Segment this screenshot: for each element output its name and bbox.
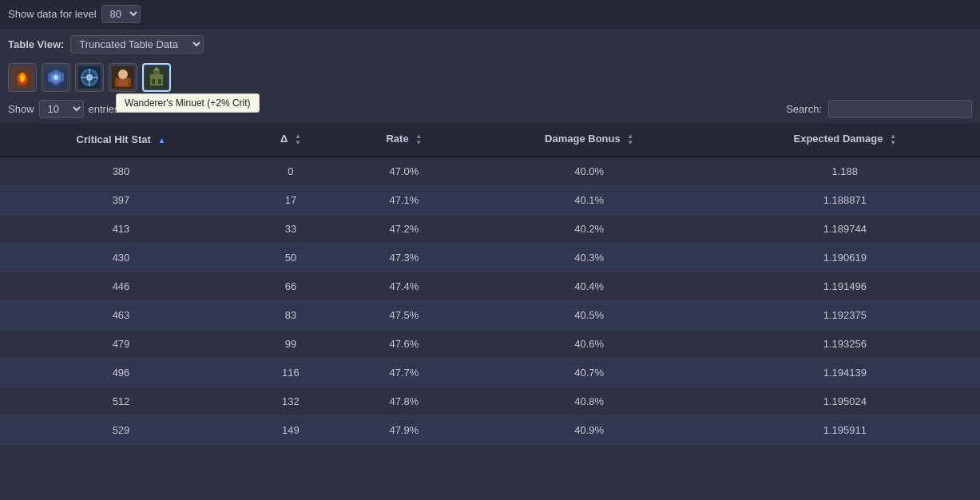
cell-critStat-8: 512: [0, 387, 242, 415]
cell-delta-8: 132: [242, 387, 339, 415]
col-expected-damage[interactable]: Expected Damage ▲ ▼: [710, 123, 980, 157]
cell-expectedDamage-0: 1.188: [710, 157, 980, 186]
table-row: 51213247.8%40.8%1.195024: [0, 387, 980, 415]
icon-button-2[interactable]: [42, 63, 70, 92]
cell-critStat-2: 413: [0, 214, 242, 243]
cell-delta-6: 99: [242, 329, 339, 358]
table-row: 4305047.3%40.3%1.190619: [0, 243, 980, 272]
col-rate-label: Rate: [386, 133, 408, 145]
rate-sort-icons: ▲ ▼: [415, 133, 422, 146]
cell-damageBonus-2: 40.2%: [469, 214, 710, 243]
cell-delta-9: 149: [242, 415, 339, 444]
icon-bar: Wanderer's Minuet (+2% Crit): [0, 60, 980, 95]
cell-damageBonus-8: 40.8%: [469, 387, 710, 415]
expected-damage-sort-down: ▼: [890, 140, 896, 146]
cell-damageBonus-1: 40.1%: [469, 185, 710, 214]
entries-select[interactable]: 5 10 25 50 100: [39, 100, 84, 118]
cell-expectedDamage-6: 1.193256: [710, 329, 980, 358]
table-header-row: Critical Hit Stat ▲ Δ ▲ ▼ Rate ▲ ▼ Damag…: [0, 123, 980, 157]
cell-critStat-9: 529: [0, 415, 242, 444]
delta-sort-icons: ▲ ▼: [295, 133, 301, 146]
col-expected-damage-label: Expected Damage: [794, 133, 883, 145]
cell-damageBonus-9: 40.9%: [469, 415, 710, 444]
cell-damageBonus-3: 40.3%: [469, 243, 710, 272]
cell-damageBonus-4: 40.4%: [469, 272, 710, 300]
cell-critStat-5: 463: [0, 300, 242, 329]
col-crit-hit-stat[interactable]: Critical Hit Stat ▲: [0, 123, 242, 157]
search-bar: Search:: [786, 100, 972, 118]
col-damage-bonus-label: Damage Bonus: [545, 133, 621, 145]
cell-delta-5: 83: [242, 300, 339, 329]
col-damage-bonus[interactable]: Damage Bonus ▲ ▼: [469, 123, 710, 157]
cell-delta-1: 17: [242, 185, 339, 214]
delta-sort-down: ▼: [295, 140, 301, 146]
cell-rate-7: 47.7%: [339, 358, 469, 387]
cell-rate-1: 47.1%: [339, 185, 469, 214]
wanderers-minuet-tooltip: Wanderer's Minuet (+2% Crit): [116, 93, 260, 113]
svg-rect-22: [158, 79, 161, 84]
cell-critStat-4: 446: [0, 272, 242, 300]
cell-rate-4: 47.4%: [339, 272, 469, 300]
cell-expectedDamage-1: 1.188871: [710, 185, 980, 214]
show-label: Show: [8, 103, 34, 115]
svg-rect-17: [118, 79, 128, 85]
table-row: 4133347.2%40.2%1.189744: [0, 214, 980, 243]
cell-expectedDamage-9: 1.195911: [710, 415, 980, 444]
cell-rate-9: 47.9%: [339, 415, 469, 444]
cell-delta-7: 116: [242, 358, 339, 387]
table-view-select[interactable]: Full Table Data Truncated Table Data Con…: [70, 35, 204, 54]
cell-rate-2: 47.2%: [339, 214, 469, 243]
cell-damageBonus-5: 40.5%: [469, 300, 710, 329]
level-label: Show data for level: [8, 8, 97, 20]
cell-rate-3: 47.3%: [339, 243, 469, 272]
cell-expectedDamage-4: 1.191496: [710, 272, 980, 300]
table-row: 4638347.5%40.5%1.192375: [0, 300, 980, 329]
level-selector-bar: Show data for level 60 70 80 90: [0, 0, 980, 29]
cell-critStat-1: 397: [0, 185, 242, 214]
icon-button-3[interactable]: [75, 63, 104, 92]
icon-button-1[interactable]: [8, 63, 37, 92]
cell-critStat-0: 380: [0, 157, 242, 186]
table-body: 380047.0%40.0%1.1883971747.1%40.1%1.1888…: [0, 157, 980, 445]
cell-delta-3: 50: [242, 243, 339, 272]
level-select[interactable]: 60 70 80 90: [101, 5, 141, 23]
damage-bonus-sort-icons: ▲ ▼: [627, 133, 633, 146]
table-row: 49611647.7%40.7%1.194139: [0, 358, 980, 387]
cell-damageBonus-7: 40.7%: [469, 358, 710, 387]
search-input[interactable]: [828, 100, 972, 118]
cell-rate-0: 47.0%: [339, 157, 469, 186]
col-delta[interactable]: Δ ▲ ▼: [242, 123, 339, 157]
svg-point-3: [21, 75, 24, 81]
show-entries-control: Show 5 10 25 50 100 entries: [8, 100, 120, 118]
cell-delta-0: 0: [242, 157, 339, 186]
cell-rate-8: 47.8%: [339, 387, 469, 415]
cell-expectedDamage-3: 1.190619: [710, 243, 980, 272]
svg-point-7: [54, 75, 58, 80]
col-crit-hit-stat-label: Critical Hit Stat: [77, 133, 151, 145]
icon-button-4[interactable]: [109, 63, 137, 92]
cell-rate-6: 47.6%: [339, 329, 469, 358]
cell-critStat-6: 479: [0, 329, 242, 358]
col-delta-label: Δ: [280, 133, 288, 145]
cell-critStat-3: 430: [0, 243, 242, 272]
table-row: 52914947.9%40.9%1.195911: [0, 415, 980, 444]
table-row: 4466647.4%40.4%1.191496: [0, 272, 980, 300]
table-row: 3971747.1%40.1%1.188871: [0, 185, 980, 214]
cell-expectedDamage-5: 1.192375: [710, 300, 980, 329]
cell-delta-2: 33: [242, 214, 339, 243]
entries-label: entries: [89, 103, 120, 115]
rate-sort-down: ▼: [415, 140, 422, 146]
cell-damageBonus-0: 40.0%: [469, 157, 710, 186]
damage-bonus-sort-down: ▼: [627, 140, 633, 146]
expected-damage-sort-icons: ▲ ▼: [890, 133, 896, 146]
cell-rate-5: 47.5%: [339, 300, 469, 329]
cell-damageBonus-6: 40.6%: [469, 329, 710, 358]
sort-up-icon: ▲: [157, 136, 165, 145]
col-rate[interactable]: Rate ▲ ▼: [339, 123, 469, 157]
cell-delta-4: 66: [242, 272, 339, 300]
icon-button-5[interactable]: [142, 63, 171, 92]
cell-expectedDamage-7: 1.194139: [710, 358, 980, 387]
cell-critStat-7: 496: [0, 358, 242, 387]
table-view-bar: Table View: Full Table Data Truncated Ta…: [0, 29, 980, 60]
data-table: Critical Hit Stat ▲ Δ ▲ ▼ Rate ▲ ▼ Damag…: [0, 123, 980, 445]
